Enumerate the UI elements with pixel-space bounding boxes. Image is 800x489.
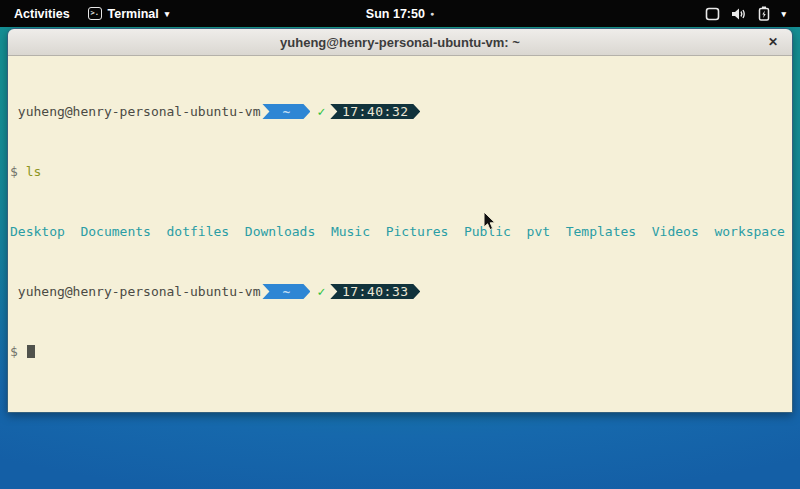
command-line-1: $ ls (10, 164, 790, 179)
notification-dot-icon: ● (430, 10, 434, 17)
volume-icon (731, 7, 747, 21)
battery-charging-icon (758, 6, 770, 21)
top-bar-left: Activities >. Terminal ▾ (0, 5, 169, 23)
prompt-time-segment: 17:40:33 (330, 284, 420, 299)
app-menu-label: Terminal (108, 7, 159, 21)
system-chevron-down-icon: ▾ (781, 9, 786, 19)
check-icon: ✓ (317, 284, 325, 299)
close-button[interactable]: ✕ (764, 33, 782, 51)
gnome-top-bar: Activities >. Terminal ▾ Sun 17:50 ● ▾ (0, 0, 800, 27)
terminal-window: yuheng@henry-personal-ubuntu-vm: ~ ✕ yuh… (7, 28, 793, 413)
check-icon: ✓ (317, 104, 325, 119)
prompt-dollar: $ (10, 164, 18, 179)
prompt-dollar: $ (10, 344, 18, 359)
activities-button[interactable]: Activities (10, 5, 74, 23)
terminal-content[interactable]: yuheng@henry-personal-ubuntu-vm ~ ✓ 17:4… (8, 56, 792, 412)
terminal-cursor (27, 345, 35, 358)
screen-icon (705, 7, 720, 21)
command-line-2: $ (10, 344, 790, 359)
app-menu-terminal[interactable]: >. Terminal ▾ (88, 7, 170, 21)
prompt-user-host: yuheng@henry-personal-ubuntu-vm (10, 284, 260, 299)
chevron-down-icon: ▾ (165, 9, 170, 19)
terminal-titlebar[interactable]: yuheng@henry-personal-ubuntu-vm: ~ ✕ (8, 29, 792, 56)
clock-button[interactable]: Sun 17:50 ● (366, 7, 434, 21)
prompt-time-segment: 17:40:32 (330, 104, 420, 119)
clock-label: Sun 17:50 (366, 7, 425, 21)
prompt-line-1: yuheng@henry-personal-ubuntu-vm ~ ✓ 17:4… (10, 104, 790, 119)
prompt-cwd-segment: ~ (262, 284, 310, 299)
ls-output-line: Desktop Documents dotfiles Downloads Mus… (10, 224, 790, 239)
prompt-line-2: yuheng@henry-personal-ubuntu-vm ~ ✓ 17:4… (10, 284, 790, 299)
system-status-area[interactable]: ▾ (705, 6, 800, 21)
prompt-user-host: yuheng@henry-personal-ubuntu-vm (10, 104, 260, 119)
prompt-cwd-segment: ~ (262, 104, 310, 119)
window-title: yuheng@henry-personal-ubuntu-vm: ~ (280, 35, 520, 50)
terminal-icon: >. (88, 7, 102, 20)
command-text: ls (26, 164, 42, 179)
